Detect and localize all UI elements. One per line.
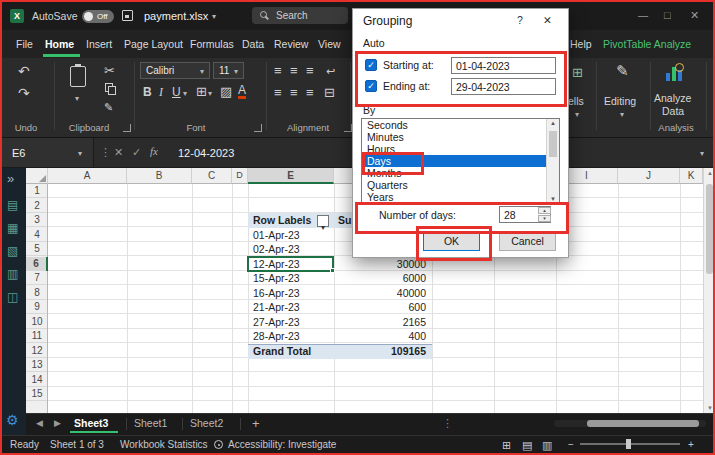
- column-header-e[interactable]: E: [248, 168, 334, 184]
- italic-button[interactable]: I: [159, 85, 163, 99]
- pivot-row-label[interactable]: 01-Apr-23: [253, 228, 300, 243]
- sheet-nav-forward-icon[interactable]: ▶: [54, 418, 61, 428]
- pivot-row-label[interactable]: 21-Apr-23: [253, 300, 300, 315]
- close-button[interactable]: ✕: [690, 9, 699, 22]
- row-header-2[interactable]: 2: [26, 199, 48, 214]
- sheet-tab-sheet1[interactable]: Sheet1: [134, 413, 167, 433]
- align-bottom-icon[interactable]: ≡: [306, 64, 314, 78]
- align-top-icon[interactable]: ≡: [274, 64, 282, 78]
- scroll-down-icon[interactable]: ▼: [707, 405, 713, 411]
- accessibility-status-button[interactable]: Accessibility: Investigate: [228, 437, 336, 453]
- list-scrollbar[interactable]: ▲ ▼: [546, 119, 559, 203]
- row-header-3[interactable]: 3: [26, 213, 48, 228]
- workbook-statistics-button[interactable]: Workbook Statistics: [120, 437, 208, 453]
- align-right-icon[interactable]: ≡: [306, 86, 314, 100]
- analyze-data-button-line1[interactable]: Analyze: [654, 91, 691, 105]
- font-color-icon[interactable]: A: [238, 84, 246, 99]
- column-header-c[interactable]: C: [192, 168, 232, 184]
- sheet-nav-back-icon[interactable]: ◀: [36, 418, 43, 428]
- cancel-button[interactable]: Cancel: [499, 232, 556, 251]
- insert-function-icon[interactable]: fx: [150, 145, 158, 157]
- name-box[interactable]: E6 ▾: [2, 138, 94, 167]
- maximize-button[interactable]: □: [664, 9, 671, 21]
- underline-button[interactable]: U: [172, 85, 181, 99]
- row-header-10[interactable]: 10: [26, 315, 48, 330]
- minimize-button[interactable]: —: [638, 10, 648, 21]
- sidebar-tool-3-icon[interactable]: ▧: [7, 244, 18, 258]
- row-labels-filter-button[interactable]: ▾: [317, 215, 329, 227]
- list-item-seconds[interactable]: Seconds: [362, 119, 559, 131]
- analyze-data-icon[interactable]: [666, 63, 686, 81]
- pivot-value-cell[interactable]: 40000: [336, 286, 426, 301]
- column-header-k[interactable]: K: [680, 168, 703, 184]
- view-page-break-icon[interactable]: ▥: [542, 437, 552, 453]
- row-header-7[interactable]: 7: [26, 271, 48, 286]
- view-normal-icon[interactable]: ⊞: [502, 437, 511, 453]
- align-left-icon[interactable]: ≡: [274, 86, 282, 100]
- pivot-value-cell[interactable]: 400: [336, 329, 426, 344]
- paste-button[interactable]: ▾: [66, 64, 92, 104]
- dialog-close-button[interactable]: ✕: [543, 14, 552, 26]
- settings-gear-icon[interactable]: ⚙: [6, 413, 19, 427]
- list-item-quarters[interactable]: Quarters: [362, 179, 559, 191]
- format-painter-icon[interactable]: ✎: [104, 100, 113, 114]
- sheet-tab-sheet2[interactable]: Sheet2: [190, 413, 223, 433]
- tab-review[interactable]: Review: [274, 34, 308, 54]
- select-all-corner[interactable]: [26, 168, 48, 184]
- wrap-text-icon[interactable]: ↩: [326, 64, 335, 78]
- zoom-out-button[interactable]: −: [568, 437, 574, 453]
- tab-insert[interactable]: Insert: [86, 34, 112, 54]
- clipboard-dialog-launcher[interactable]: [123, 124, 131, 132]
- sheet-bar-kebab-icon[interactable]: ⋮: [442, 417, 453, 430]
- column-header-j[interactable]: J: [618, 168, 680, 184]
- editing-button[interactable]: Editing: [604, 94, 636, 108]
- row-header-1[interactable]: 1: [26, 184, 48, 199]
- sidebar-tool-2-icon[interactable]: ▦: [7, 221, 18, 235]
- view-page-layout-icon[interactable]: ▤: [522, 437, 532, 453]
- vertical-scrollbar[interactable]: ▲ ▼: [703, 168, 715, 413]
- tab-help[interactable]: Help: [570, 34, 592, 54]
- redo-icon[interactable]: ↷: [18, 86, 30, 100]
- font-size-combo[interactable]: 11: [213, 62, 244, 79]
- merge-center-icon[interactable]: ⊟: [324, 86, 335, 100]
- list-scroll-up-icon[interactable]: ▲: [550, 120, 556, 126]
- tab-data[interactable]: Data: [242, 34, 264, 54]
- autosave-toggle[interactable]: Off: [82, 10, 114, 23]
- zoom-in-button[interactable]: +: [688, 437, 694, 453]
- row-header-5[interactable]: 5: [26, 242, 48, 257]
- pivot-value-cell[interactable]: 30000: [336, 257, 426, 272]
- vertical-scroll-thumb[interactable]: [706, 184, 713, 274]
- pivot-row-label[interactable]: 16-Apr-23: [253, 286, 300, 301]
- tab-formulas[interactable]: Formulas: [190, 34, 234, 54]
- column-header-d[interactable]: D: [232, 168, 248, 184]
- font-dialog-launcher[interactable]: [254, 124, 262, 132]
- column-header-a[interactable]: A: [48, 168, 127, 184]
- formula-input[interactable]: 12-04-2023: [178, 146, 234, 160]
- pivot-row-label[interactable]: 28-Apr-23: [253, 329, 300, 344]
- selected-cell-outline[interactable]: [247, 256, 334, 272]
- list-scroll-thumb[interactable]: [549, 131, 557, 157]
- pivot-value-cell[interactable]: 2165: [336, 315, 426, 330]
- row-header-4[interactable]: 4: [26, 228, 48, 243]
- save-icon[interactable]: [122, 10, 133, 21]
- grand-total-label-cell[interactable]: Grand Total: [253, 344, 311, 359]
- list-item-minutes[interactable]: Minutes: [362, 131, 559, 143]
- document-title[interactable]: payment.xlsx: [144, 9, 208, 23]
- row-header-8[interactable]: 8: [26, 286, 48, 301]
- pivot-row-label[interactable]: 27-Apr-23: [253, 315, 300, 330]
- grand-total-value-cell[interactable]: 109165: [336, 344, 426, 359]
- pivot-value-cell[interactable]: 6000: [336, 271, 426, 286]
- tab-page-layout[interactable]: Page Layout: [124, 34, 183, 54]
- copy-icon[interactable]: [105, 83, 117, 95]
- row-header-6[interactable]: 6: [26, 257, 48, 272]
- enter-entry-icon[interactable]: ✓: [132, 146, 141, 159]
- title-chevron-down-icon[interactable]: ▾: [212, 12, 216, 22]
- dialog-help-button[interactable]: ?: [517, 14, 523, 26]
- scroll-up-icon[interactable]: ▲: [707, 170, 713, 176]
- column-header-b[interactable]: B: [127, 168, 192, 184]
- sidebar-expand-icon[interactable]: »: [7, 172, 14, 186]
- zoom-slider-thumb[interactable]: [626, 439, 631, 449]
- tab-pivottable-analyze[interactable]: PivotTable Analyze: [603, 34, 691, 54]
- pivot-value-cell[interactable]: 600: [336, 300, 426, 315]
- align-center-icon[interactable]: ≡: [290, 86, 298, 100]
